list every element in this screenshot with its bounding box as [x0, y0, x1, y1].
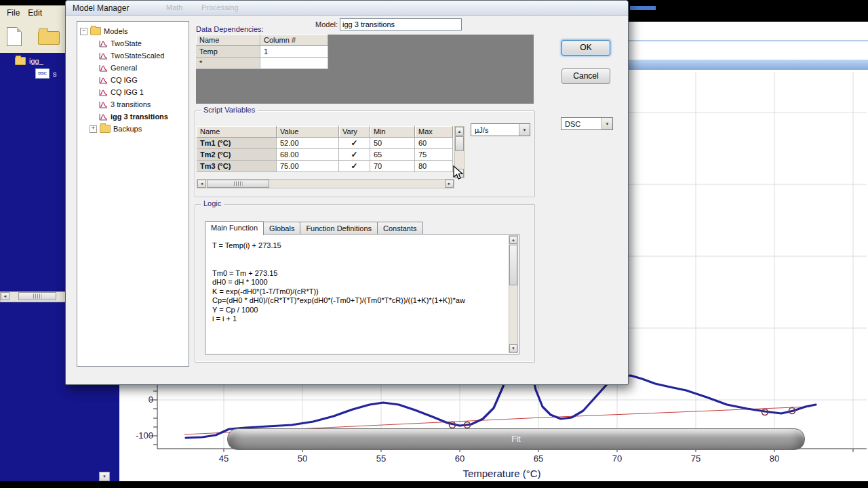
- y-tick-label: -100: [129, 430, 153, 441]
- dsc-document-icon: DSC: [35, 68, 50, 79]
- scroll-thumb[interactable]: [207, 180, 269, 188]
- scroll-up-button[interactable]: ▲: [509, 236, 517, 244]
- tree-item-label: TwoStateScaled: [111, 52, 165, 60]
- menu-edit[interactable]: Edit: [28, 7, 50, 19]
- x-tick-label: 70: [608, 453, 627, 464]
- tree-item-label: 3 transitions: [111, 100, 151, 108]
- letterbox-bottom: [0, 481, 868, 488]
- dsc-dropdown[interactable]: DSC ▼: [561, 117, 613, 130]
- variable-name-cell: Tm2 (°C): [197, 149, 277, 161]
- fit-button[interactable]: Fit: [227, 428, 805, 450]
- tab-constants[interactable]: Constants: [377, 222, 423, 235]
- variable-max-cell[interactable]: 75: [415, 149, 453, 161]
- model-curve-icon: [99, 64, 108, 72]
- logic-tabs: Main Function Globals Function Definitio…: [205, 221, 422, 235]
- editor-vertical-scrollbar[interactable]: ▲ ▼: [509, 235, 518, 353]
- y-tick-label: 0: [138, 394, 153, 405]
- dependency-name-cell[interactable]: Temp: [196, 46, 260, 58]
- script-variables-group: Script Variables Name Value Vary Min Max…: [195, 110, 535, 197]
- unit-dropdown[interactable]: µJ/s ▼: [471, 123, 530, 136]
- tree-item-models[interactable]: − Models: [77, 25, 189, 37]
- tree-item-general[interactable]: General: [77, 62, 189, 74]
- collapse-icon[interactable]: −: [80, 28, 87, 35]
- script-variables-table: Name Value Vary Min Max Tm1 (°C) 52.00 ✓…: [197, 126, 453, 172]
- variable-min-cell[interactable]: 65: [370, 149, 415, 161]
- variable-max-cell[interactable]: 80: [415, 161, 453, 172]
- scroll-up-button[interactable]: ▲: [455, 127, 464, 136]
- script-variables-label: Script Variables: [201, 106, 258, 114]
- scroll-thumb[interactable]: [18, 292, 56, 300]
- dialog-title: Model Manager: [73, 3, 129, 13]
- variable-max-cell[interactable]: 60: [415, 138, 453, 149]
- tree-item-3-transitions[interactable]: 3 transitions: [77, 98, 189, 110]
- script-editor[interactable]: T = Temp(i) + 273.15 Tm0 = Tm + 273.15 d…: [205, 234, 519, 354]
- variable-min-cell[interactable]: 70: [370, 161, 415, 172]
- model-curve-icon: [99, 89, 108, 96]
- sidebar-item-document[interactable]: DSC s: [35, 68, 57, 79]
- tab-function-definitions[interactable]: Function Definitions: [300, 222, 378, 235]
- variable-value-cell[interactable]: 68.00: [277, 149, 339, 161]
- data-dependencies-table: Name Column # Temp 1 *: [196, 35, 328, 69]
- script-code[interactable]: T = Temp(i) + 273.15 Tm0 = Tm + 273.15 d…: [212, 241, 504, 324]
- scroll-right-button[interactable]: ►: [445, 180, 454, 188]
- unit-dropdown-value: µJ/s: [475, 126, 488, 134]
- data-dependencies-label: Data Dependencies:: [196, 25, 264, 33]
- scroll-down-button[interactable]: ▼: [509, 344, 517, 352]
- tree-item-igg-3-transitions[interactable]: igg 3 transitions: [77, 110, 189, 123]
- column-header: Vary: [339, 126, 370, 138]
- scroll-down-button[interactable]: ▼: [99, 472, 110, 481]
- logic-label: Logic: [201, 199, 224, 207]
- x-tick-label: 65: [529, 453, 548, 464]
- scroll-left-button[interactable]: ◄: [1, 292, 9, 300]
- scroll-thumb[interactable]: [509, 245, 517, 285]
- menu-file[interactable]: File: [7, 7, 28, 19]
- tree-item-backups[interactable]: + Backups: [77, 123, 189, 135]
- variables-horizontal-scrollbar[interactable]: ◄ ►: [197, 179, 454, 188]
- column-header: Max: [415, 126, 453, 138]
- x-tick-label: 60: [450, 453, 469, 464]
- tree-item-label: Models: [104, 27, 127, 35]
- ok-button[interactable]: OK: [561, 40, 610, 56]
- dependency-column-cell[interactable]: 1: [260, 46, 328, 58]
- model-field-label: Model:: [315, 20, 338, 28]
- vary-checkbox[interactable]: ✓: [339, 138, 370, 149]
- scroll-thumb[interactable]: [455, 136, 464, 151]
- cancel-button[interactable]: Cancel: [561, 68, 610, 84]
- vary-checkbox[interactable]: ✓: [339, 161, 370, 172]
- dialog-titlebar[interactable]: Model Manager Math Processing: [66, 1, 628, 16]
- project-label: igg_: [29, 57, 43, 65]
- tab-main-function[interactable]: Main Function: [205, 221, 264, 235]
- background-window-fragment: [630, 6, 656, 10]
- logic-group: Logic Main Function Globals Function Def…: [195, 204, 535, 363]
- column-header: Column #: [260, 35, 328, 46]
- data-dependencies-grid-area: Name Column # Temp 1 *: [196, 35, 534, 104]
- model-curve-icon: [99, 101, 108, 108]
- model-curve-icon: [99, 77, 108, 84]
- variable-value-cell[interactable]: 75.00: [277, 161, 339, 172]
- variable-value-cell[interactable]: 52.00: [277, 138, 339, 149]
- variable-name-cell: Tm3 (°C): [197, 161, 277, 172]
- fit-button-label: Fit: [511, 434, 520, 444]
- tree-item-cq-igg-1[interactable]: CQ IGG 1: [77, 86, 189, 98]
- tree-item-twostatescaled[interactable]: TwoStateScaled: [77, 49, 189, 62]
- scroll-left-button[interactable]: ◄: [197, 180, 206, 188]
- folder-icon: [90, 27, 101, 35]
- vary-checkbox[interactable]: ✓: [339, 149, 370, 161]
- tree-item-twostate[interactable]: TwoState: [77, 37, 189, 49]
- variable-min-cell[interactable]: 50: [370, 138, 415, 149]
- column-header: Min: [370, 126, 415, 138]
- open-folder-icon[interactable]: [38, 31, 60, 45]
- expand-icon[interactable]: +: [90, 125, 97, 133]
- tree-item-label: General: [111, 64, 137, 72]
- new-document-icon[interactable]: [7, 27, 22, 46]
- dependency-name-cell[interactable]: *: [196, 58, 260, 69]
- tab-globals[interactable]: Globals: [263, 222, 300, 235]
- model-curve-icon: [99, 113, 108, 121]
- dependency-column-cell[interactable]: [260, 58, 328, 69]
- tree-item-cq-igg[interactable]: CQ IGG: [77, 74, 189, 86]
- sidebar-item-project[interactable]: igg_: [15, 57, 43, 65]
- screen: File Edit 0 -100 45 50 55 60 65 70 75 80…: [0, 0, 868, 488]
- x-tick-label: 45: [214, 453, 233, 464]
- model-name-input[interactable]: [340, 18, 462, 30]
- tree-item-label: igg 3 transitions: [111, 113, 168, 121]
